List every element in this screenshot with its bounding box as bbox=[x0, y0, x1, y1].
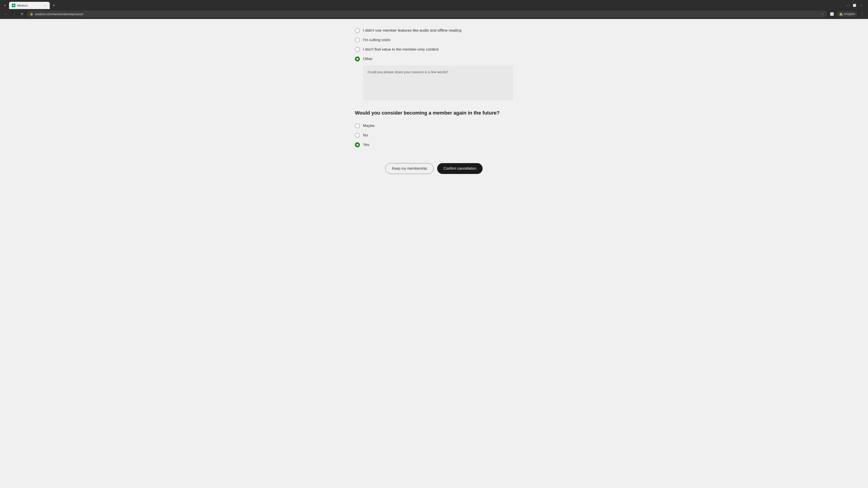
more-btn[interactable]: ⋮ bbox=[859, 11, 865, 17]
radio-circle-value[interactable] bbox=[355, 47, 360, 52]
radio-label-other: Other bbox=[363, 57, 373, 61]
maximize-btn[interactable]: ⬜ bbox=[852, 3, 857, 8]
radio-option-costs[interactable]: I'm cutting costs bbox=[355, 35, 513, 45]
url-text: medium.com/me/membership/cancel bbox=[35, 12, 819, 16]
radio-label-value: I don't find value in the member-only co… bbox=[363, 47, 438, 52]
incognito-indicator[interactable]: 🕵 Incognito bbox=[837, 11, 857, 17]
rejoin-question: Would you consider becoming a member aga… bbox=[355, 109, 513, 117]
radio-option-no[interactable]: No bbox=[355, 131, 513, 140]
keep-membership-button[interactable]: Keep my membership bbox=[385, 163, 434, 174]
page-content: I didn't use member features like audio … bbox=[0, 19, 868, 488]
radio-circle-yes[interactable] bbox=[355, 142, 360, 147]
top-radio-group: I didn't use member features like audio … bbox=[355, 26, 513, 64]
tab-dropdown-btn[interactable]: ▾ bbox=[2, 2, 8, 8]
extensions-btn[interactable]: ⬜ bbox=[829, 11, 835, 17]
window-controls: — ⬜ × bbox=[845, 3, 866, 8]
close-btn[interactable]: × bbox=[859, 3, 864, 8]
toolbar-right: ⬜ 🕵 Incognito ⋮ bbox=[829, 11, 865, 17]
browser-chrome: ▾ M Medium × + — ⬜ × ← → ↻ 🔒 medium.com/… bbox=[0, 0, 868, 19]
radio-circle-other[interactable] bbox=[355, 57, 360, 61]
form-container: I didn't use member features like audio … bbox=[355, 26, 513, 475]
radio-label-audio: I didn't use member features like audio … bbox=[363, 28, 462, 33]
radio-label-maybe: Maybe bbox=[363, 124, 375, 128]
radio-option-yes[interactable]: Yes bbox=[355, 140, 513, 150]
lock-icon: 🔒 bbox=[30, 12, 33, 15]
radio-option-audio[interactable]: I didn't use member features like audio … bbox=[355, 26, 513, 35]
textarea-input[interactable] bbox=[368, 77, 508, 95]
address-bar: ← → ↻ 🔒 medium.com/me/membership/cancel … bbox=[0, 9, 868, 19]
back-btn[interactable]: ← bbox=[3, 11, 9, 17]
radio-label-yes: Yes bbox=[363, 142, 369, 147]
new-tab-btn[interactable]: + bbox=[51, 2, 57, 8]
radio-option-other[interactable]: Other bbox=[355, 54, 513, 64]
tab-bar: ▾ M Medium × + — ⬜ × bbox=[0, 0, 868, 9]
textarea-prompt: Could you please share your reasons in a… bbox=[368, 70, 508, 74]
minimize-btn[interactable]: — bbox=[845, 3, 850, 8]
tab-close-btn[interactable]: × bbox=[43, 4, 47, 7]
buttons-row: Keep my membership Confirm cancellation bbox=[355, 163, 513, 174]
incognito-icon: 🕵 bbox=[839, 12, 843, 16]
radio-option-maybe[interactable]: Maybe bbox=[355, 121, 513, 131]
refresh-btn[interactable]: ↻ bbox=[19, 11, 25, 17]
tab-favicon: M bbox=[12, 4, 16, 7]
radio-option-value[interactable]: I don't find value in the member-only co… bbox=[355, 45, 513, 54]
radio-circle-audio[interactable] bbox=[355, 28, 360, 33]
rejoin-radio-group: Maybe No Yes bbox=[355, 121, 513, 150]
textarea-box: Could you please share your reasons in a… bbox=[363, 66, 513, 101]
medium-tab[interactable]: M Medium × bbox=[9, 2, 50, 9]
radio-circle-maybe[interactable] bbox=[355, 123, 360, 128]
radio-label-no: No bbox=[363, 133, 368, 138]
url-bar[interactable]: 🔒 medium.com/me/membership/cancel ☆ bbox=[27, 11, 827, 18]
incognito-label: Incognito bbox=[844, 12, 855, 15]
radio-circle-no[interactable] bbox=[355, 133, 360, 138]
tab-title: Medium bbox=[17, 4, 41, 7]
forward-btn[interactable]: → bbox=[11, 11, 17, 17]
confirm-cancellation-button[interactable]: Confirm cancellation bbox=[437, 163, 483, 174]
radio-label-costs: I'm cutting costs bbox=[363, 38, 391, 42]
bookmark-icon[interactable]: ☆ bbox=[821, 12, 824, 16]
radio-circle-costs[interactable] bbox=[355, 37, 360, 42]
